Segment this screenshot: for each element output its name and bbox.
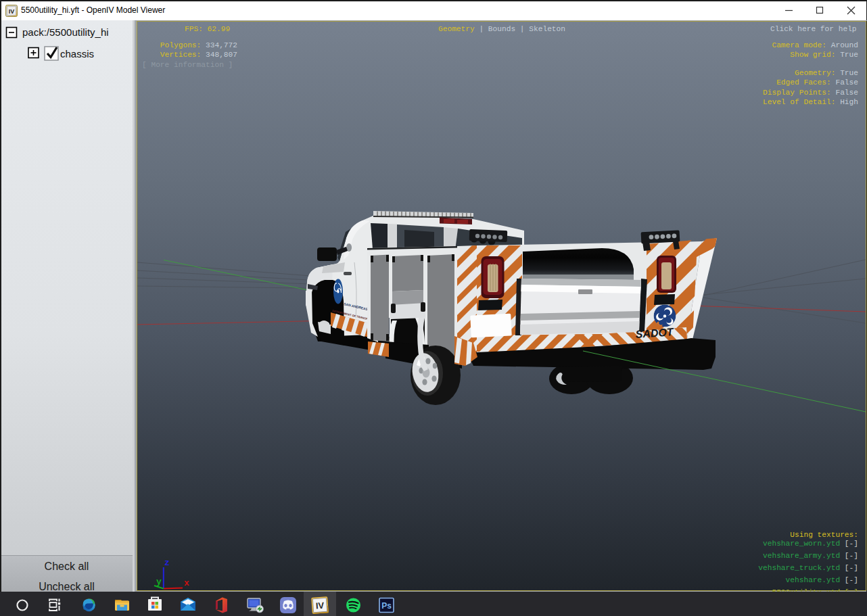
svg-text:x: x <box>184 578 189 588</box>
svg-text:y: y <box>156 577 162 587</box>
svg-text:IV: IV <box>315 600 325 611</box>
svg-text:Ps: Ps <box>381 601 392 611</box>
svg-text:z: z <box>164 558 170 568</box>
